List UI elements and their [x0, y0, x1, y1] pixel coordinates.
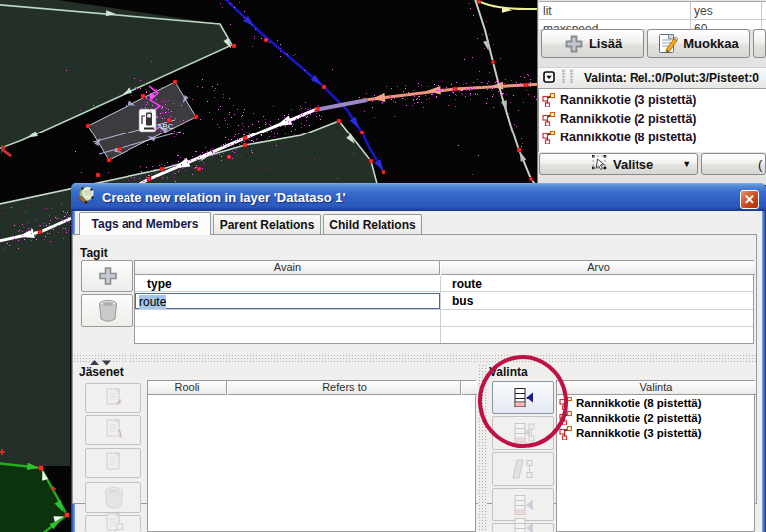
- svg-text:ABC: ABC: [157, 122, 174, 131]
